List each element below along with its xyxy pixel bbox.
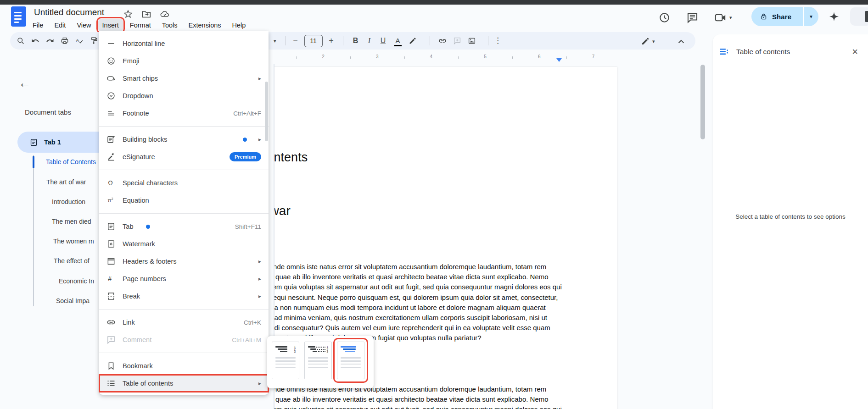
svg-text:Ω: Ω: [108, 179, 113, 187]
font-size-increase-button[interactable]: +: [327, 37, 336, 45]
menubar: FileEditViewInsertFormatToolsExtensionsH…: [28, 19, 250, 32]
ruler-tick: [296, 56, 297, 59]
google-docs-logo[interactable]: [11, 6, 26, 27]
menu-item-building-blocks[interactable]: Building blocks▸: [99, 131, 269, 148]
font-size-decrease-button[interactable]: −: [291, 37, 300, 45]
special-characters-icon: Ω: [106, 178, 116, 188]
toc-with-dotted-leaders[interactable]: 123: [304, 342, 332, 379]
collapse-toolbar-icon[interactable]: [677, 37, 686, 46]
menu-item-headers-footers[interactable]: Headers & footers▸: [99, 253, 269, 270]
menu-item-break[interactable]: Break▸: [99, 287, 269, 305]
menubar-item-help[interactable]: Help: [228, 19, 250, 32]
ruler-tick: [566, 56, 567, 59]
menu-item-bookmark[interactable]: Bookmark: [99, 357, 269, 375]
font-size-input[interactable]: 11: [304, 35, 323, 47]
menu-item-table-of-contents[interactable]: Table of contents▸: [99, 375, 269, 392]
undo-icon[interactable]: [31, 37, 39, 45]
comment-add-icon[interactable]: [453, 37, 461, 45]
share-label: Share: [772, 13, 791, 21]
svg-text:A: A: [76, 38, 79, 43]
page-break-icon: [106, 292, 116, 301]
comments-icon[interactable]: [686, 11, 699, 24]
insert-menu-scrollbar[interactable]: [265, 82, 268, 141]
building-blocks-icon: [106, 135, 116, 144]
menubar-item-tools[interactable]: Tools: [158, 19, 182, 32]
outline-item[interactable]: Social Impa: [56, 296, 90, 305]
document-scrollbar[interactable]: [700, 65, 705, 139]
menu-item-special-characters[interactable]: ΩSpecial characters: [99, 174, 269, 192]
pen-mode-button[interactable]: ▾: [641, 37, 655, 46]
menu-item-smart-chips[interactable]: Smart chips▸: [99, 70, 269, 87]
document-title[interactable]: Untitled document: [34, 7, 104, 17]
ruler-tick: [350, 56, 351, 59]
toc-with-page-numbers[interactable]: 123: [272, 342, 299, 379]
menu-item-watermark[interactable]: Watermark: [99, 235, 269, 253]
toc-panel-empty-message: Select a table of contents to see option…: [713, 213, 868, 220]
right-margin-marker[interactable]: [556, 58, 562, 62]
image-icon[interactable]: [468, 37, 476, 45]
outline-item[interactable]: The effect of: [54, 256, 90, 265]
outline-item[interactable]: The women m: [53, 237, 94, 246]
horizontal-line-icon: [106, 39, 116, 48]
menubar-item-file[interactable]: File: [28, 19, 47, 32]
menubar-item-view[interactable]: View: [73, 19, 95, 32]
toc-panel-icon: [719, 46, 729, 57]
video-call-button[interactable]: ▾: [714, 11, 732, 24]
share-button[interactable]: Share ▾: [751, 7, 818, 26]
menu-item-horizontal-line[interactable]: Horizontal line: [99, 35, 269, 52]
menu-item-label: Dropdown: [123, 92, 153, 99]
share-caret-icon[interactable]: ▾: [804, 13, 818, 20]
outline-item[interactable]: Introduction: [52, 197, 85, 206]
print-icon[interactable]: [61, 37, 69, 45]
page-numbers-icon: #: [106, 274, 116, 283]
more-options-icon[interactable]: ⋮: [494, 37, 502, 45]
menubar-item-extensions[interactable]: Extensions: [185, 19, 225, 32]
paint-format-icon[interactable]: [90, 37, 98, 45]
italic-button[interactable]: I: [365, 37, 374, 45]
menu-item-equation[interactable]: π2Equation: [99, 192, 269, 209]
menu-item-label: Page numbers: [123, 275, 166, 282]
back-arrow-icon[interactable]: ←: [18, 77, 31, 89]
highlight-color-icon[interactable]: [409, 37, 417, 45]
menu-item-dropdown[interactable]: Dropdown: [99, 87, 269, 105]
move-to-folder-icon[interactable]: [141, 9, 151, 19]
menubar-item-edit[interactable]: Edit: [50, 19, 70, 32]
menubar-item-format[interactable]: Format: [126, 19, 155, 32]
ruler-tick: [512, 56, 513, 59]
toc-with-blue-links[interactable]: [337, 342, 364, 379]
version-history-icon[interactable]: [658, 11, 671, 24]
redo-icon[interactable]: [46, 37, 54, 45]
menu-item-esignature[interactable]: eSignaturePremium: [99, 148, 269, 166]
menu-item-label: Smart chips: [123, 75, 158, 82]
outline-item[interactable]: The art of war: [46, 177, 86, 187]
outline-item[interactable]: The men died: [52, 217, 91, 226]
insert-menu: Horizontal lineEmojiSmart chips▸Dropdown…: [99, 31, 269, 395]
menu-item-comment[interactable]: CommentCtrl+Alt+M: [99, 331, 269, 348]
menu-item-emoji[interactable]: Emoji: [99, 52, 269, 70]
text-color-button[interactable]: A: [394, 37, 402, 45]
star-icon[interactable]: [123, 9, 133, 19]
menu-item-label: Emoji: [123, 57, 140, 65]
menu-item-footnote[interactable]: FootnoteCtrl+Alt+F: [99, 105, 269, 122]
menubar-item-insert[interactable]: Insert: [98, 19, 123, 32]
gemini-star-icon[interactable]: [828, 11, 840, 24]
svg-text:2: 2: [112, 197, 113, 200]
menu-item-page-numbers[interactable]: #Page numbers▸: [99, 270, 269, 287]
hidden-dropdown-caret-icon[interactable]: ▾: [274, 38, 276, 44]
cloud-status-icon[interactable]: [160, 9, 170, 19]
underline-button[interactable]: U: [379, 37, 387, 45]
search-icon[interactable]: [17, 37, 25, 45]
menu-item-label: Bookmark: [123, 362, 153, 370]
menu-item-tab[interactable]: TabShift+F11: [99, 218, 269, 235]
outline-item[interactable]: Economic In: [59, 276, 94, 286]
menu-item-link[interactable]: LinkCtrl+K: [99, 314, 269, 331]
bold-button[interactable]: B: [352, 37, 360, 45]
link-icon[interactable]: [438, 37, 447, 45]
watermark-icon: [106, 239, 116, 249]
spellcheck-icon[interactable]: A: [75, 37, 84, 45]
outline-item[interactable]: Table of Contents: [46, 157, 96, 166]
new-feature-dot: [146, 225, 150, 229]
menu-item-label: eSignature: [123, 153, 155, 160]
footnote-icon: [106, 109, 116, 118]
close-icon[interactable]: ×: [850, 47, 860, 56]
